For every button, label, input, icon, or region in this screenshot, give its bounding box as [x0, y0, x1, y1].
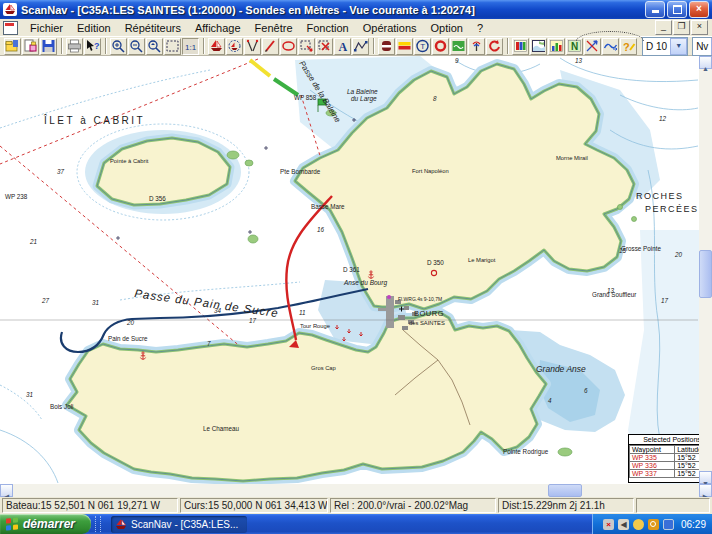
bearing-line-button[interactable] [262, 38, 279, 55]
print-button[interactable] [66, 38, 83, 55]
refresh-button[interactable] [486, 38, 503, 55]
mdi-restore-button[interactable]: ❐ [673, 20, 690, 35]
depth-sounding: 13 [575, 57, 583, 64]
scannav-task-button[interactable]: ScanNav - [C35A:LES... [111, 516, 247, 533]
menu-edition[interactable]: Edition [70, 21, 118, 35]
table-row[interactable]: WP 33615°52 [630, 462, 700, 470]
import-chart-button[interactable] [22, 38, 39, 55]
volume-icon[interactable]: ◀ [618, 519, 629, 530]
zoom-out-icon [129, 39, 144, 53]
add-text-button[interactable]: A [334, 38, 351, 55]
timer-button[interactable]: T [414, 38, 431, 55]
chart-document-icon [3, 21, 18, 35]
zoom-previous-button[interactable] [146, 38, 163, 55]
depth-sounding: 16 [317, 226, 325, 233]
toolbar-separator [203, 38, 205, 54]
pencil-icon [263, 39, 278, 53]
crossing-arrows-icon [585, 39, 600, 53]
target-icon [433, 39, 448, 53]
toolbar-separator [105, 38, 107, 54]
menu-fichier[interactable]: Fichier [23, 21, 70, 35]
selected-positions-table[interactable]: Selected Positions Waypoint Latitude WP … [628, 434, 699, 483]
scannav-icon [115, 519, 127, 530]
network-error-icon[interactable]: × [603, 519, 614, 530]
menu-fonction[interactable]: Fonction [300, 21, 356, 35]
map-label: Bois Joli [50, 403, 73, 410]
nautical-chart-canvas[interactable]: ÎLET à CABRITPointe à CabritPasse de la … [0, 56, 699, 484]
boat-track-icon [227, 39, 242, 53]
mdi-minimize-button[interactable]: _ [655, 20, 672, 35]
mob-button[interactable] [378, 38, 395, 55]
start-button[interactable]: démarrer [0, 514, 91, 534]
title-bar: ScanNav - [C35A:LES SAINTES (1:20000) - … [0, 0, 712, 19]
scroll-up-button[interactable]: ▲ [699, 56, 712, 69]
divider-icon [245, 39, 260, 53]
context-help-button[interactable]: ? [84, 38, 101, 55]
scroll-down-button[interactable]: ▼ [699, 471, 712, 484]
minimize-button[interactable] [645, 1, 665, 18]
map-label: Fl.WRG.4s 9-10,7M [398, 296, 442, 302]
menu-affichage[interactable]: Affichage [188, 21, 248, 35]
center-boat-button[interactable] [208, 38, 225, 55]
waypoint-latitude: 15°52 [675, 470, 699, 478]
regatta-button[interactable] [396, 38, 413, 55]
measure-button[interactable] [244, 38, 261, 55]
move-object-button[interactable] [298, 38, 315, 55]
draw-route-button[interactable] [352, 38, 369, 55]
restore-button[interactable] [667, 1, 687, 18]
scale-1-1-button[interactable]: 1:1 [182, 38, 199, 55]
horizontal-scrollbar[interactable]: ◀ ▶ [0, 484, 712, 497]
boat-icon [209, 39, 224, 53]
chevron-down-icon[interactable]: ▼ [670, 38, 687, 55]
menu-rptiteurs[interactable]: Répétiteurs [118, 21, 188, 35]
table-title: Selected Positions [629, 435, 699, 445]
scroll-left-button[interactable]: ◀ [0, 484, 13, 497]
save-button[interactable] [40, 38, 57, 55]
depth-sounding: 4 [548, 397, 552, 404]
zoom-out-button[interactable] [128, 38, 145, 55]
security-lock-icon[interactable] [648, 519, 659, 530]
ais-button[interactable] [468, 38, 485, 55]
print-icon [67, 39, 82, 53]
chart-view[interactable]: ÎLET à CABRITPointe à CabritPasse de la … [0, 56, 699, 484]
network-icon[interactable] [663, 519, 674, 530]
scheduler-icon[interactable] [633, 519, 644, 530]
target-button[interactable] [432, 38, 449, 55]
depth-sounding: 8 [433, 95, 437, 102]
quicklaunch-handle[interactable] [95, 516, 101, 532]
arrow-up-icon: ▲ [702, 65, 709, 72]
menu-option[interactable]: Option [424, 21, 470, 35]
open-chart-catalog-button[interactable] [4, 38, 21, 55]
grib-button[interactable] [450, 38, 467, 55]
vertical-scrollbar[interactable]: ▲ ▼ [699, 56, 712, 484]
boat-track-button[interactable] [226, 38, 243, 55]
polyline-icon [353, 39, 368, 53]
scroll-right-button[interactable]: ▶ [699, 484, 712, 497]
horizontal-scroll-thumb[interactable] [548, 484, 582, 497]
menu-oprations[interactable]: Opérations [356, 21, 424, 35]
zoom-in-button[interactable] [110, 38, 127, 55]
menu-?[interactable]: ? [470, 21, 490, 35]
histogram-button[interactable] [548, 38, 565, 55]
layer-combo[interactable]: Nv ▼ [692, 37, 712, 56]
zoom-selection-button[interactable] [164, 38, 181, 55]
scale-combo[interactable]: D 10 ▼ [642, 37, 688, 56]
repeaters-button[interactable] [512, 38, 529, 55]
map-label: PERCÉES [645, 204, 699, 214]
map-label: Anse du Bourg [343, 279, 387, 287]
query-icon: ? [621, 39, 636, 53]
table-row[interactable]: WP 33715°52 [630, 470, 700, 478]
menu-fentre[interactable]: Fenêtre [248, 21, 300, 35]
selection-marquee-icon [165, 39, 180, 53]
vertical-scroll-thumb[interactable] [699, 250, 712, 298]
window-title: ScanNav - [C35A:LES SAINTES (1:20000) - … [21, 4, 645, 16]
delete-object-button[interactable] [316, 38, 333, 55]
svg-text:N: N [571, 41, 578, 52]
grib-icon [451, 39, 466, 53]
chart-window-button[interactable] [530, 38, 547, 55]
mdi-close-button[interactable]: × [691, 20, 708, 35]
depth-sounding: 21 [29, 238, 37, 245]
close-button[interactable]: × [689, 1, 709, 18]
table-row[interactable]: WP 33515°52 [630, 454, 700, 462]
route-ellipse-button[interactable] [280, 38, 297, 55]
